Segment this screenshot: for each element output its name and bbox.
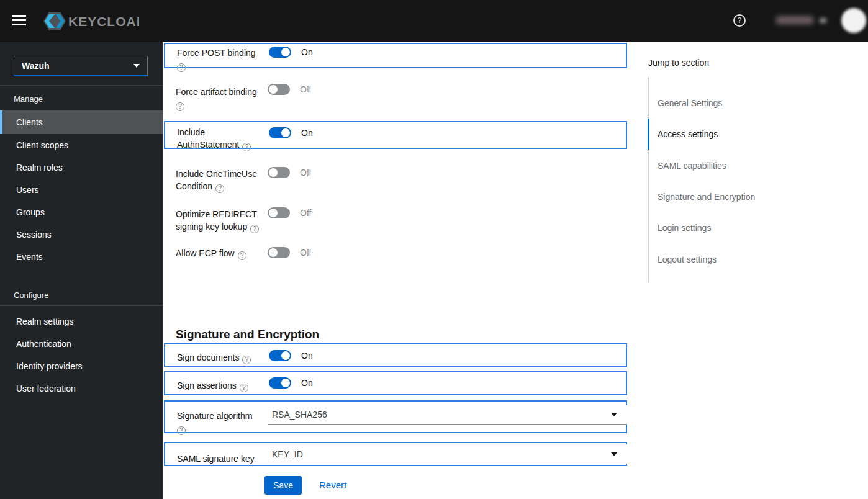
sign-assertions-toggle[interactable] bbox=[269, 377, 291, 389]
sidebar-item-groups[interactable]: Groups bbox=[0, 201, 163, 223]
nav-list-manage: ClientsClient scopesRealm rolesUsersGrou… bbox=[0, 110, 163, 268]
toggle-state-label: Off bbox=[300, 208, 311, 218]
form-row-saml-signature-key: SAML signature keyKEY_ID bbox=[164, 442, 627, 466]
jump-link-saml-capabilities[interactable]: SAML capabilities bbox=[648, 150, 784, 181]
toggle-knob bbox=[281, 128, 290, 137]
field-label-text: Condition bbox=[176, 181, 212, 191]
toggle-group-optimize-redirect-signing-key-lookup: Off bbox=[268, 207, 311, 218]
jump-link-label: Login settings bbox=[658, 223, 711, 233]
select-value: KEY_ID bbox=[272, 449, 303, 459]
jump-link-label: General Settings bbox=[658, 98, 722, 108]
field-label-text: Signature algorithm bbox=[177, 411, 252, 421]
field-label-text: AuthnStatement bbox=[177, 140, 239, 150]
avatar[interactable] bbox=[841, 8, 866, 33]
jump-link-general-settings[interactable]: General Settings bbox=[648, 88, 784, 119]
field-label-force-post-binding: Force POST binding? bbox=[177, 47, 270, 72]
chevron-down-icon bbox=[611, 413, 617, 416]
sidebar-item-user-federation[interactable]: User federation bbox=[0, 377, 163, 400]
form-row-force-post-binding: Force POST binding?On bbox=[164, 43, 627, 68]
help-icon[interactable]: ? bbox=[176, 102, 184, 111]
sidebar-item-client-scopes[interactable]: Client scopes bbox=[0, 134, 163, 156]
jump-link-label: Access settings bbox=[658, 129, 718, 139]
jump-link-label: Signature and Encryption bbox=[658, 192, 755, 202]
jump-link-signature-and-encryption[interactable]: Signature and Encryption bbox=[648, 181, 784, 212]
toggle-state-label: On bbox=[301, 378, 313, 388]
help-icon[interactable]: ? bbox=[250, 225, 259, 233]
user-menu-chevron-icon[interactable] bbox=[820, 18, 826, 23]
save-button[interactable]: Save bbox=[264, 476, 302, 495]
field-label-text: Allow ECP flow bbox=[176, 248, 235, 258]
realm-selector[interactable]: Wazuh bbox=[14, 56, 148, 76]
force-post-binding-toggle[interactable] bbox=[269, 47, 291, 58]
sidebar-item-label: Clients bbox=[16, 117, 43, 127]
sidebar-item-events[interactable]: Events bbox=[0, 246, 163, 268]
toggle-state-label: Off bbox=[300, 168, 311, 178]
jump-link-label: Logout settings bbox=[658, 254, 717, 264]
toggle-knob bbox=[281, 351, 290, 360]
toggle-group-sign-documents: On bbox=[269, 350, 313, 361]
field-label-saml-signature-key: SAML signature key bbox=[177, 452, 270, 465]
toggle-knob bbox=[281, 379, 290, 387]
sidebar-item-clients[interactable]: Clients bbox=[0, 110, 163, 134]
form-row-sign-documents: Sign documents?On bbox=[164, 343, 627, 367]
toggle-state-label: Off bbox=[300, 248, 311, 258]
help-icon[interactable]: ? bbox=[242, 356, 251, 364]
field-label-text: Optimize REDIRECT bbox=[176, 209, 257, 219]
form-row-optimize-redirect-signing-key-lookup: Optimize REDIRECTsigning key lookup?Off bbox=[164, 203, 627, 235]
help-icon[interactable]: ? bbox=[240, 384, 248, 392]
toggle-knob bbox=[281, 48, 290, 56]
field-label-include-onetimeuse-condition: Include OneTimeUseCondition? bbox=[176, 168, 269, 193]
help-icon[interactable]: ? bbox=[242, 143, 251, 151]
sidebar-item-sessions[interactable]: Sessions bbox=[0, 223, 163, 246]
help-icon[interactable]: ? bbox=[177, 63, 186, 72]
field-label-sign-documents: Sign documents? bbox=[177, 351, 270, 364]
jump-link-logout-settings[interactable]: Logout settings bbox=[648, 244, 784, 275]
signature-algorithm-select[interactable]: RSA_SHA256 bbox=[268, 405, 627, 425]
toggle-state-label: On bbox=[301, 351, 313, 361]
sidebar-item-authentication[interactable]: Authentication bbox=[0, 333, 163, 355]
form-row-sign-assertions: Sign assertions?On bbox=[164, 371, 627, 395]
sidebar-item-realm-settings[interactable]: Realm settings bbox=[0, 310, 163, 333]
field-label-text: Include bbox=[177, 127, 205, 137]
toggle-group-include-onetimeuse-condition: Off bbox=[268, 167, 311, 178]
masthead: KEYCLOAK ? bbox=[0, 0, 868, 42]
include-onetimeuse-condition-toggle[interactable] bbox=[268, 167, 290, 178]
hamburger-menu-icon[interactable] bbox=[12, 15, 27, 27]
field-label-text: Include OneTimeUse bbox=[176, 169, 257, 179]
help-icon[interactable]: ? bbox=[215, 184, 224, 193]
optimize-redirect-signing-key-lookup-toggle[interactable] bbox=[268, 207, 290, 218]
form-row-include-onetimeuse-condition: Include OneTimeUseCondition?Off bbox=[164, 163, 627, 195]
field-label-optimize-redirect-signing-key-lookup: Optimize REDIRECTsigning key lookup? bbox=[176, 208, 269, 233]
help-icon[interactable]: ? bbox=[733, 14, 746, 27]
sidebar-item-identity-providers[interactable]: Identity providers bbox=[0, 355, 163, 377]
field-label-signature-algorithm: Signature algorithm? bbox=[177, 410, 270, 435]
select-value: RSA_SHA256 bbox=[272, 410, 327, 420]
sidebar-divider bbox=[0, 85, 163, 86]
jump-link-login-settings[interactable]: Login settings bbox=[648, 212, 784, 243]
saml-signature-key-select[interactable]: KEY_ID bbox=[268, 444, 627, 464]
toggle-knob bbox=[269, 209, 278, 217]
allow-ecp-flow-toggle[interactable] bbox=[268, 247, 290, 258]
force-artifact-binding-toggle[interactable] bbox=[268, 84, 290, 95]
sidebar-item-users[interactable]: Users bbox=[0, 179, 163, 201]
form-row-allow-ecp-flow: Allow ECP flow?Off bbox=[164, 242, 627, 263]
keycloak-logo: KEYCLOAK bbox=[40, 10, 139, 35]
field-label-text: Sign assertions bbox=[177, 380, 237, 390]
field-label-force-artifact-binding: Force artifact binding? bbox=[176, 86, 269, 111]
toggle-knob bbox=[269, 168, 278, 177]
revert-link[interactable]: Revert bbox=[319, 480, 346, 490]
sidebar-item-label: Identity providers bbox=[16, 361, 83, 371]
help-icon[interactable]: ? bbox=[177, 426, 186, 435]
help-icon[interactable]: ? bbox=[238, 251, 246, 260]
jump-link-access-settings[interactable]: Access settings bbox=[648, 119, 784, 150]
username-blurred[interactable] bbox=[776, 16, 813, 24]
sidebar-item-label: Client scopes bbox=[16, 140, 68, 150]
sign-documents-toggle[interactable] bbox=[269, 350, 291, 361]
field-label-text: SAML signature key bbox=[177, 454, 255, 464]
field-label-text: Force artifact binding bbox=[176, 87, 257, 97]
sidebar-item-realm-roles[interactable]: Realm roles bbox=[0, 156, 163, 179]
sidebar-item-label: Realm roles bbox=[16, 163, 63, 173]
include-authnstatement-toggle[interactable] bbox=[269, 127, 291, 138]
toggle-group-sign-assertions: On bbox=[269, 377, 313, 389]
section-heading: Signature and Encryption bbox=[176, 328, 319, 341]
